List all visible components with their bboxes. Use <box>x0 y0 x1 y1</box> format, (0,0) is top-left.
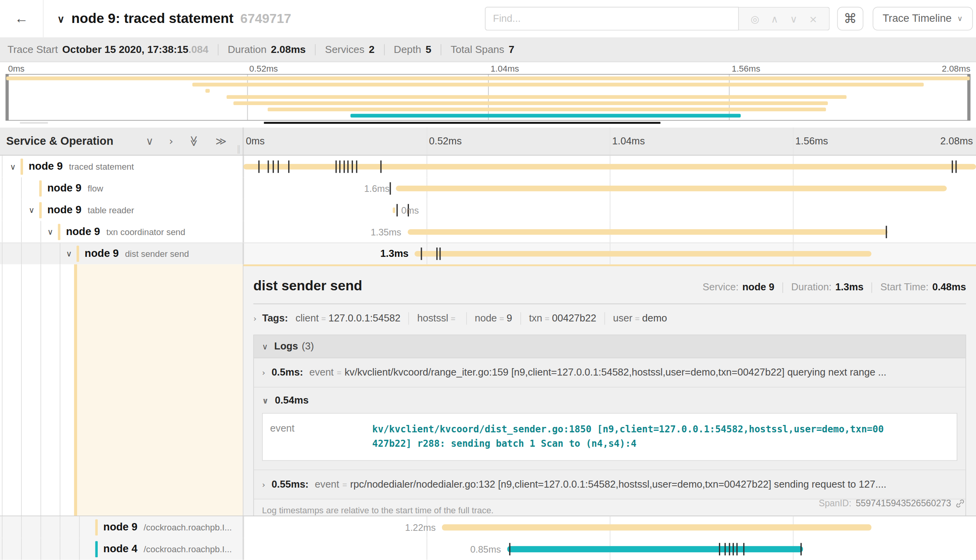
service-name: node 9flow <box>47 182 103 194</box>
row-chevron-down-icon[interactable]: ∨ <box>29 205 35 214</box>
expand-collapse-controls: ∨ › ≫ ≫ <box>146 135 227 147</box>
span-duration-bar[interactable] <box>393 207 395 212</box>
prev-match-icon[interactable]: ∧ <box>771 13 779 25</box>
log-timestamp: 0.54ms <box>275 395 309 406</box>
tags-label: Tags: <box>262 313 288 324</box>
span-timeline-cell[interactable]: 1.3ms <box>243 243 976 264</box>
span-duration-bar[interactable] <box>415 251 871 256</box>
span-duration-bar[interactable] <box>507 546 803 552</box>
log-entry-header[interactable]: ∨0.54ms <box>262 395 957 406</box>
stat-separator <box>440 44 441 55</box>
span-duration-bar[interactable] <box>243 163 976 169</box>
stat-label: Duration <box>228 44 267 55</box>
clear-find-icon[interactable]: × <box>809 13 817 25</box>
log-entry[interactable]: ›0.55ms:event=rpc/nodedialer/nodedialer.… <box>254 469 965 499</box>
span-timeline-cell[interactable]: 0ms <box>243 199 976 221</box>
back-button[interactable]: ← <box>0 0 44 37</box>
tag-key: txn <box>529 313 542 323</box>
tag-item: client=127.0.0.1:54582 <box>296 313 400 324</box>
span-timeline-cell[interactable]: 1.6ms <box>243 177 976 199</box>
minimap-left-handle[interactable] <box>5 74 9 121</box>
span-name-cell[interactable]: node 9flow <box>0 177 243 199</box>
column-resize-grip[interactable]: ∥ <box>236 144 241 154</box>
span-name-cell[interactable]: ∨node 9txn coordinator send <box>0 221 243 242</box>
logs-header[interactable]: ∨ Logs (3) <box>254 335 965 358</box>
expand-all-icon[interactable]: ≫ <box>215 135 226 147</box>
span-name-cell[interactable]: ∨node 9table reader <box>0 199 243 221</box>
service-name: node 9/cockroach.roachpb.I... <box>103 521 232 534</box>
span-name-cell[interactable]: ∨node 9dist sender send <box>0 243 243 264</box>
event-tick <box>743 542 744 555</box>
chevron-down-icon: ∨ <box>957 14 963 23</box>
span-duration-bar[interactable] <box>407 229 887 234</box>
row-chevron-down-icon[interactable]: ∨ <box>47 227 53 236</box>
indent-guide <box>21 199 22 221</box>
indent-guide <box>21 221 22 242</box>
indent-guide <box>60 516 60 538</box>
span-name-cell[interactable]: node 4/cockroach.roachpb.I... <box>0 538 243 560</box>
command-icon: ⌘ <box>844 11 857 26</box>
tag-item: hostssl= <box>417 313 458 324</box>
event-tick <box>729 542 730 555</box>
detail-divider <box>253 304 966 304</box>
keyboard-shortcuts-button[interactable]: ⌘ <box>837 7 863 31</box>
stat-value: 2.08ms <box>271 44 306 55</box>
find-input[interactable] <box>485 7 739 31</box>
tag-equals: = <box>321 314 326 323</box>
tags-row[interactable]: › Tags: client=127.0.0.1:54582hostssl=no… <box>253 312 966 325</box>
log-entry[interactable]: ›0.5ms:event=kv/kvclient/kvcoord/range_i… <box>254 358 965 387</box>
span-duration-label: 1.22ms <box>405 522 436 532</box>
log-entry-expanded: ∨0.54mseventkv/kvclient/kvcoord/dist_sen… <box>254 387 965 469</box>
trace-id: 6749717 <box>240 11 291 26</box>
event-tick <box>733 542 734 555</box>
operation-name: flow <box>88 183 103 193</box>
minimap-span-bar <box>234 102 828 105</box>
trace-title-group: ∨ node 9: traced statement 6749717 <box>57 11 291 27</box>
span-name-cell[interactable]: node 9/cockroach.roachpb.I... <box>0 516 243 538</box>
span-duration-bar[interactable] <box>442 524 871 530</box>
span-timeline-cell[interactable]: 0.85ms <box>243 538 976 560</box>
indent-guide <box>21 177 22 199</box>
tag-key: node <box>475 313 497 323</box>
indent-guide <box>21 264 22 516</box>
minimap-ruler: 0ms0.52ms1.04ms1.56ms2.08ms <box>5 63 970 74</box>
span-name-cell[interactable]: ∨node 9traced statement <box>0 156 243 177</box>
span-rows-bottom: node 9/cockroach.roachpb.I...1.22msnode … <box>0 516 976 560</box>
span-timeline-cell[interactable]: 1.22ms <box>243 516 976 538</box>
minimap-viewport[interactable] <box>5 74 970 121</box>
chevron-right-icon: › <box>253 314 256 323</box>
chevron-right-icon: › <box>262 480 265 489</box>
row-chevron-down-icon[interactable]: ∨ <box>10 162 16 171</box>
span-duration-bar[interactable] <box>396 185 947 191</box>
meta-value: 1.3ms <box>835 282 864 293</box>
event-tick <box>258 160 259 173</box>
indent-guide <box>41 264 41 516</box>
minimap-ruler-label: 0ms <box>5 63 25 74</box>
minimap-span-bar <box>350 114 740 118</box>
indent-guide <box>2 156 3 177</box>
minimap-ruler-label: 1.04ms <box>488 63 519 74</box>
tag-key: hostssl <box>417 313 448 323</box>
tag-equals: = <box>499 314 504 323</box>
collapse-one-icon[interactable]: ∨ <box>146 135 153 147</box>
collapse-all-icon[interactable]: ≫ <box>188 136 201 147</box>
span-duration-label: 1.6ms <box>364 183 389 193</box>
span-timeline-cell[interactable]: 1.35ms <box>243 221 976 242</box>
service-color-bar <box>95 541 98 557</box>
span-timeline-cell[interactable] <box>243 156 976 177</box>
indent-guide <box>2 243 3 264</box>
stat-separator <box>315 44 316 55</box>
log-equals: = <box>337 368 342 377</box>
row-chevron-down-icon[interactable]: ∨ <box>66 249 72 258</box>
view-selector-button[interactable]: Trace Timeline ∨ <box>873 7 973 31</box>
match-target-icon[interactable]: ◎ <box>750 13 759 25</box>
event-tick <box>344 160 345 173</box>
minimap-scrubber[interactable] <box>264 122 661 124</box>
minimap-right-handle[interactable] <box>967 74 971 121</box>
link-icon[interactable] <box>955 499 965 508</box>
minimap-span-bar <box>192 83 923 87</box>
logs-count: (3) <box>302 341 314 352</box>
expand-one-icon[interactable]: › <box>169 135 173 147</box>
next-match-icon[interactable]: ∨ <box>790 13 797 25</box>
chevron-down-icon[interactable]: ∨ <box>57 13 65 25</box>
